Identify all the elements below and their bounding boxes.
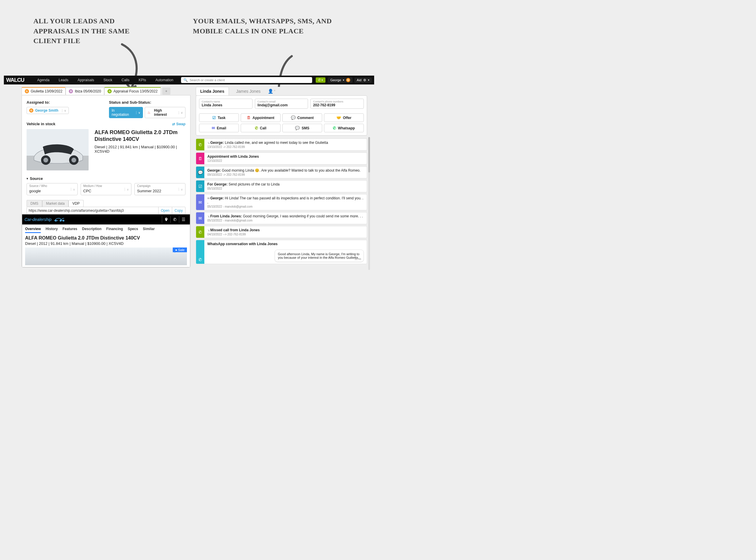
topbar: WALCU Agenda Leads Appraisals Stock Call…	[4, 76, 374, 84]
phone-icon: ✆	[196, 226, 204, 238]
tab-market-data[interactable]: Market data	[42, 200, 68, 207]
appointment-button[interactable]: 🗓Appointment	[241, 114, 281, 122]
swap-label: Swap	[176, 122, 185, 126]
campaign-dropdown[interactable]: Campaign Summer 2022 ∨	[135, 183, 185, 195]
whatsapp-button[interactable]: ✆Whatsapp	[324, 124, 364, 132]
source-who-label: Source / Who	[29, 184, 75, 187]
nav-appraisals[interactable]: Appraisals	[78, 78, 94, 82]
assigned-label: Assigned to:	[26, 100, 103, 104]
timeline-item-email-in[interactable]: ✉ ↘From Linda Jones: Good morning George…	[196, 212, 367, 224]
lead-tab-label: Ibiza 05/06/2020	[75, 89, 101, 93]
timeline-item-email-out[interactable]: ✉ ✉George: Hi Linda! The car has passed …	[196, 194, 367, 210]
medium-dropdown[interactable]: Medium / How CPC ∨	[81, 183, 132, 195]
assigned-value: George Smith	[35, 108, 59, 113]
substatus-dropdown[interactable]: ♨ High interest ∨	[145, 107, 185, 118]
email-icon: ✉	[196, 194, 204, 210]
lead-tab-label: Giulietta 13/09/2022	[31, 89, 62, 93]
arrow-in-icon: ↘	[207, 228, 210, 232]
vdp-nav-similar[interactable]: Similar	[143, 227, 155, 233]
top-nav: Agenda Leads Appraisals Stock Calls KPIs…	[33, 78, 178, 82]
vdp-nav-description[interactable]: Description	[82, 227, 102, 233]
phone-icon[interactable]: ✆	[170, 216, 179, 223]
status-label: Status and Sub-Status:	[109, 100, 185, 104]
email-button[interactable]: ✉Email	[199, 124, 239, 132]
timeline-item-call[interactable]: ✆ ↘George: Linda called me, and we agree…	[196, 139, 367, 151]
timeline-item-appointment[interactable]: 🗓 Appointment with Linda Jones 12/10/202…	[196, 153, 367, 164]
nav-agenda[interactable]: Agenda	[37, 78, 49, 82]
arrow-left	[116, 41, 151, 95]
comment-button[interactable]: 💬Comment	[282, 114, 322, 122]
annotation-left: All your leads and appraisals in the sam…	[33, 16, 158, 46]
lead-tab-giulietta[interactable]: G Giulietta 13/09/2022	[22, 87, 65, 95]
timeline-item-whatsapp[interactable]: ✆ WhatsApp conversation with Linda Jones…	[196, 240, 367, 264]
vdp-nav-history[interactable]: History	[45, 227, 58, 233]
sms-icon: 💬	[196, 166, 204, 178]
add-lead-button[interactable]: ＋	[162, 87, 170, 95]
vdp-nav-financing[interactable]: Financing	[106, 227, 123, 233]
vdp-brand: Car-dealership	[24, 217, 66, 223]
call-label: Call	[260, 126, 266, 130]
offer-label: Offer	[343, 116, 351, 120]
aid-label: Aid	[357, 78, 362, 82]
avatar: G	[29, 108, 33, 113]
lead-tab-appraisal[interactable]: G Appraisal Focus 13/05/2022	[104, 87, 161, 95]
timeline-item-missed-call[interactable]: ✆ ↘Missed call from Linda Jones 04/10/20…	[196, 226, 367, 238]
lead-badge-icon: G	[107, 89, 111, 93]
nav-automation[interactable]: Automation	[155, 78, 173, 82]
call-button[interactable]: ✆Call	[241, 124, 281, 132]
sms-button[interactable]: 💬SMS	[282, 124, 322, 132]
task-button[interactable]: ☑Task	[199, 114, 239, 122]
timeline-date: 12/10/2022	[207, 159, 364, 162]
vdp-nav-specs[interactable]: Specs	[127, 227, 138, 233]
vdp-nav-features[interactable]: Features	[63, 227, 77, 233]
arrow-in-icon: ↘	[207, 141, 210, 144]
sale-tag: ●Sale	[173, 247, 187, 252]
assigned-dropdown[interactable]: G George Smith ∨	[26, 107, 69, 114]
timeline-date: 13/10/2022 -> 202-762-8199	[207, 145, 364, 148]
swap-button[interactable]: ⇄ Swap	[172, 122, 185, 126]
nav-calls[interactable]: Calls	[122, 78, 130, 82]
contact-tab-linda[interactable]: Linda Jones	[196, 87, 229, 96]
logo: WALCU	[6, 77, 24, 83]
svg-point-3	[43, 158, 48, 162]
vdp-url-row: https://www.car-dealership.com/alfaromeo…	[26, 207, 185, 215]
chevron-down-icon: ∨	[125, 187, 129, 191]
vdp-nav-overview[interactable]: Overview	[25, 227, 41, 233]
call-button-top[interactable]: ✆ ▾	[316, 77, 325, 83]
source-who-dropdown[interactable]: Source / Who google ∨	[26, 183, 78, 195]
offer-button[interactable]: 🤝Offer	[324, 114, 364, 122]
location-icon[interactable]	[162, 216, 170, 223]
contact-name-field[interactable]: Contact's name Linda Jones	[199, 99, 252, 109]
mail-open-icon: ✉	[207, 197, 210, 200]
contact-email-value: lindaj@gmail.com	[258, 103, 306, 107]
tab-dms[interactable]: DMS	[26, 200, 42, 207]
source-toggle[interactable]: ▾ Source	[26, 176, 43, 181]
scrollbar[interactable]	[368, 137, 370, 270]
vdp-open-button[interactable]: Open	[158, 207, 172, 214]
chevron-down-icon: ▾	[322, 79, 323, 81]
nav-kpis[interactable]: KPIs	[139, 78, 146, 82]
whatsapp-icon: ✆	[333, 126, 336, 130]
status-dropdown[interactable]: In negotiation ∨	[109, 107, 143, 118]
lead-tabs: G Giulietta 13/09/2022 B Ibiza 05/06/202…	[22, 87, 190, 95]
contact-email-field[interactable]: Contact's email lindaj@gmail.com	[255, 99, 308, 109]
lead-tab-ibiza[interactable]: B Ibiza 05/06/2020	[65, 87, 104, 95]
timeline-item-task[interactable]: ☑ For George: Send pictures of the car t…	[196, 180, 367, 192]
contact-tab-james[interactable]: James Jones	[232, 87, 265, 96]
nav-leads[interactable]: Leads	[59, 78, 68, 82]
timeline-date: 05/10/2022 - manolob@gmail.com	[207, 205, 364, 208]
menu-icon[interactable]: ☰	[179, 216, 187, 223]
user-menu[interactable]: George ▾ G	[328, 77, 353, 83]
search-input[interactable]: 🔍 Search or create a client	[181, 77, 312, 83]
aid-menu[interactable]: Aid ⚙ ▾	[354, 78, 372, 83]
contact-panel: Linda Jones James Jones 👤⁺ Contact's nam…	[196, 87, 367, 272]
whatsapp-label: Whatsapp	[338, 126, 355, 130]
fire-icon: ♨	[147, 111, 150, 115]
add-contact-button[interactable]: 👤⁺	[268, 88, 276, 94]
sms-label: SMS	[302, 126, 309, 130]
contact-phone-field[interactable]: Contact's phone numbers 202-762-8199	[310, 99, 364, 109]
timeline-item-sms[interactable]: 💬 George: Good morning Linda 😊. Are you …	[196, 166, 367, 178]
tab-vdp[interactable]: VDP	[68, 200, 84, 207]
nav-stock[interactable]: Stock	[103, 78, 112, 82]
vdp-copy-button[interactable]: Copy	[172, 207, 185, 214]
